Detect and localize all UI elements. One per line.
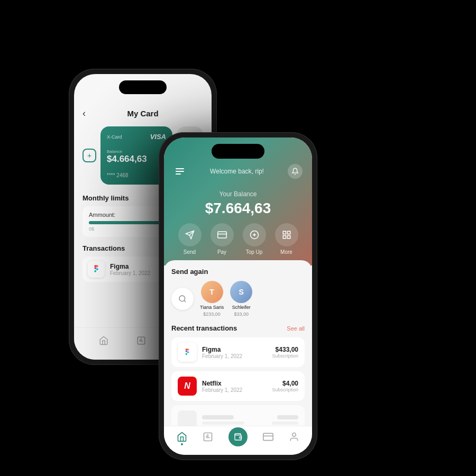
- add-card-button[interactable]: +: [83, 149, 96, 162]
- search-contact-button[interactable]: [171, 288, 194, 310]
- topup-label: Top Up: [246, 249, 263, 255]
- svg-point-23: [292, 433, 296, 437]
- contact-tiana-name: Tiana Saris: [200, 305, 224, 310]
- topup-action[interactable]: Top Up: [243, 223, 266, 255]
- balance-amount: $7.664,63: [173, 200, 303, 217]
- pay-action[interactable]: Pay: [210, 223, 234, 255]
- figma-date: February 1, 2022: [202, 353, 267, 359]
- transaction-netflix[interactable]: N Netflix February 1, 2022 $4,00 Subscri…: [171, 371, 305, 401]
- svg-point-15: [179, 296, 185, 301]
- transaction-figma[interactable]: Figma February 1, 2022 $433,00 Subscript…: [171, 337, 305, 367]
- nav-wallet-front[interactable]: [228, 427, 248, 446]
- my-card-title: My Card: [127, 109, 158, 118]
- card-name: X-Card: [107, 134, 122, 140]
- nav-chart-front[interactable]: [203, 432, 213, 446]
- netflix-name: Netflix: [202, 380, 267, 387]
- figma-back-date: February 1, 2022: [110, 270, 150, 276]
- transaction-other[interactable]: [171, 405, 305, 426]
- svg-rect-6: [217, 232, 226, 238]
- other-icon: [178, 410, 197, 426]
- more-action[interactable]: More: [275, 223, 298, 255]
- netflix-amount: $4,00: [272, 380, 298, 387]
- contact-schleifer[interactable]: S Schleifer $33,00: [230, 281, 252, 317]
- nav-chart-back[interactable]: [134, 333, 149, 348]
- netflix-date: February 1, 2022: [202, 387, 267, 393]
- balance-label: Your Balance: [173, 190, 303, 198]
- figma-icon-front: [178, 343, 197, 362]
- back-button[interactable]: ‹: [83, 108, 86, 119]
- send-label: Send: [184, 249, 196, 255]
- pay-label: Pay: [217, 249, 226, 255]
- figma-type: Subscription: [272, 353, 298, 359]
- svg-rect-13: [283, 236, 286, 239]
- send-action[interactable]: Send: [178, 223, 202, 255]
- contact-schleifer-amount: $33,00: [234, 312, 249, 317]
- figma-name: Figma: [202, 346, 267, 353]
- amount-label: Ammount:: [89, 212, 115, 218]
- nav-user-front[interactable]: [289, 432, 299, 446]
- recent-transactions-title: Recent transactions: [171, 324, 237, 332]
- svg-rect-21: [263, 433, 273, 440]
- svg-rect-11: [283, 231, 286, 234]
- menu-button[interactable]: [173, 166, 186, 177]
- see-all-link[interactable]: See all: [287, 325, 305, 332]
- more-label: More: [280, 249, 292, 255]
- contact-tiana[interactable]: T Tiana Saris $233,00: [200, 281, 224, 317]
- card-balance: $4.664,63: [107, 154, 166, 164]
- greeting-text: Welcome back, rip!: [210, 168, 264, 175]
- figma-back-name: Figma: [110, 263, 150, 270]
- svg-rect-14: [287, 236, 290, 239]
- contact-tiana-amount: $233,00: [203, 312, 221, 317]
- notification-bell[interactable]: [288, 164, 303, 179]
- card-number: **** 2468: [107, 172, 166, 178]
- nav-home-back[interactable]: [96, 333, 111, 348]
- nav-card-front[interactable]: [263, 432, 273, 446]
- send-again-title: Send again: [171, 268, 305, 276]
- figma-amount: $433,00: [272, 346, 298, 353]
- nav-home-front[interactable]: [177, 432, 187, 446]
- contact-schleifer-name: Schleifer: [232, 305, 251, 310]
- netflix-icon: N: [178, 377, 197, 396]
- card-balance-label: Balance: [107, 149, 166, 154]
- svg-rect-12: [287, 231, 290, 234]
- figma-icon-back: [88, 261, 105, 278]
- svg-line-16: [184, 300, 186, 302]
- netflix-type: Subscription: [272, 387, 298, 392]
